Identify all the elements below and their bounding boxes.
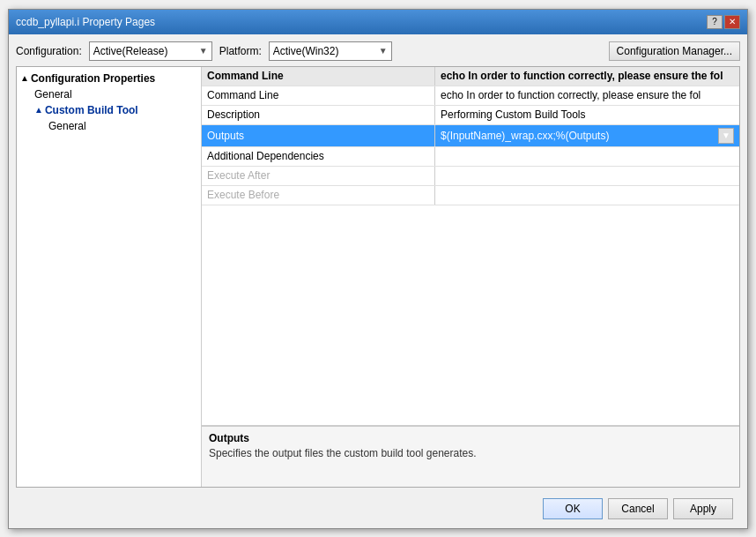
configuration-value: Active(Release) xyxy=(93,45,168,57)
close-button[interactable]: ✕ xyxy=(724,15,740,29)
property-pages-dialog: ccdb_pyllapi.i Property Pages ? ✕ Config… xyxy=(8,9,748,529)
prop-value-commandline-text: echo In order to function correctly, ple… xyxy=(441,89,734,101)
prop-value-outputs-text: $(InputName)_wrap.cxx;%(Outputs) xyxy=(441,130,718,142)
prop-value-description: Performing Custom Build Tools xyxy=(435,106,739,124)
prop-value-execute-before xyxy=(435,186,739,205)
tree-label-general-sub: General xyxy=(48,120,86,132)
tree-item-general[interactable]: General xyxy=(17,86,201,102)
property-row-commandline[interactable]: Command Line echo In order to function c… xyxy=(202,86,739,106)
apply-button[interactable]: Apply xyxy=(673,498,733,519)
property-row-execute-before: Execute Before xyxy=(202,186,739,205)
property-name-header: Command Line xyxy=(202,67,435,86)
tree-item-configuration-properties[interactable]: ▲ Configuration Properties xyxy=(17,71,201,86)
dialog-title: ccdb_pyllapi.i Property Pages xyxy=(16,16,155,28)
prop-value-additional-deps xyxy=(435,147,739,166)
prop-value-description-text: Performing Custom Build Tools xyxy=(441,108,734,121)
platform-arrow: ▼ xyxy=(379,46,388,56)
prop-name-description: Description xyxy=(202,106,435,124)
config-row: Configuration: Active(Release) ▼ Platfor… xyxy=(16,41,740,61)
prop-value-commandline: echo In order to function correctly, ple… xyxy=(435,86,739,105)
configuration-dropdown[interactable]: Active(Release) ▼ xyxy=(89,41,212,61)
dialog-footer: OK Cancel Apply xyxy=(16,493,740,525)
tree-label-general: General xyxy=(34,88,72,101)
property-table: Command Line echo In order to function c… xyxy=(202,67,739,425)
prop-name-outputs: Outputs xyxy=(202,125,435,146)
left-panel: ▲ Configuration Properties General ▲ Cus… xyxy=(17,67,202,487)
prop-value-outputs: $(InputName)_wrap.cxx;%(Outputs) ▼ xyxy=(435,125,739,146)
ok-button[interactable]: OK xyxy=(543,498,603,519)
tree-item-general-sub[interactable]: General xyxy=(17,118,201,134)
prop-value-execute-after xyxy=(435,167,739,185)
cancel-button[interactable]: Cancel xyxy=(608,498,668,519)
property-row-description[interactable]: Description Performing Custom Build Tool… xyxy=(202,106,739,125)
prop-name-additional-deps: Additional Dependencies xyxy=(202,147,435,166)
property-value-header-text: echo In order to function correctly, ple… xyxy=(441,70,734,82)
prop-name-execute-before: Execute Before xyxy=(202,186,435,205)
tree-label-configuration-properties: Configuration Properties xyxy=(31,72,155,85)
tree-item-custom-build-tool[interactable]: ▲ Custom Build Tool xyxy=(17,102,201,118)
property-row-outputs[interactable]: Outputs $(InputName)_wrap.cxx;%(Outputs)… xyxy=(202,125,739,147)
property-header-row: Command Line echo In order to function c… xyxy=(202,67,739,86)
tree-label-custom-build-tool: Custom Build Tool xyxy=(45,104,138,116)
description-title: Outputs xyxy=(209,432,732,444)
property-row-additional-deps[interactable]: Additional Dependencies xyxy=(202,147,739,167)
main-content: ▲ Configuration Properties General ▲ Cus… xyxy=(16,66,740,488)
title-bar-buttons: ? ✕ xyxy=(707,15,740,29)
configuration-label: Configuration: xyxy=(16,45,82,57)
platform-dropdown[interactable]: Active(Win32) ▼ xyxy=(269,41,392,61)
platform-label: Platform: xyxy=(219,45,262,57)
platform-value: Active(Win32) xyxy=(273,45,339,57)
property-value-header: echo In order to function correctly, ple… xyxy=(435,67,739,86)
right-panel: Command Line echo In order to function c… xyxy=(202,67,739,487)
property-row-execute-after: Execute After xyxy=(202,167,739,186)
prop-name-commandline: Command Line xyxy=(202,86,435,105)
title-bar: ccdb_pyllapi.i Property Pages ? ✕ xyxy=(9,10,747,34)
tree-arrow-custom: ▲ xyxy=(34,105,43,115)
description-text: Specifies the output files the custom bu… xyxy=(209,447,732,459)
configuration-arrow: ▼ xyxy=(199,46,208,56)
prop-name-execute-after: Execute After xyxy=(202,167,435,185)
help-button[interactable]: ? xyxy=(707,15,723,29)
configuration-manager-button[interactable]: Configuration Manager... xyxy=(609,41,740,61)
outputs-dropdown-button[interactable]: ▼ xyxy=(718,128,734,144)
tree-arrow-config: ▲ xyxy=(20,73,29,83)
dialog-body: Configuration: Active(Release) ▼ Platfor… xyxy=(9,34,747,528)
description-panel: Outputs Specifies the output files the c… xyxy=(202,425,739,487)
